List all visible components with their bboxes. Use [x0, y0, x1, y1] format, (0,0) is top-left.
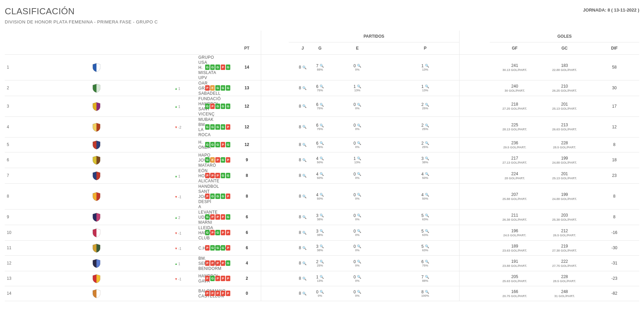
stat-cell[interactable]: 8🔍: [289, 173, 317, 178]
stat-cell[interactable]: 1🔍 13%: [323, 156, 391, 164]
stat-cell[interactable]: 8🔍: [289, 215, 317, 219]
streak-pill: P: [221, 65, 225, 70]
group-partidos: PARTIDOS: [289, 31, 459, 42]
goal-cell: 19123.88 GOL/PART.: [490, 259, 540, 268]
magnify-icon: 🔍: [357, 64, 361, 68]
stat-cell[interactable]: 6🔍 75%: [317, 123, 323, 131]
stat-cell[interactable]: 6🔍 75%: [391, 259, 459, 267]
stat-cell[interactable]: 0🔍 0%: [323, 63, 391, 71]
streak-pill: P: [210, 214, 215, 220]
stat-cell[interactable]: 5🔍 63%: [391, 213, 459, 221]
stat-cell[interactable]: 0🔍 0%: [323, 141, 391, 149]
stat-cell[interactable]: 8🔍 100%: [391, 290, 459, 297]
position: 7: [5, 168, 18, 183]
stat-cell[interactable]: 0🔍 0%: [323, 290, 391, 297]
stat-cell[interactable]: 4🔍 50%: [317, 172, 323, 180]
stat-cell[interactable]: 1🔍 13%: [391, 63, 459, 71]
stat-cell[interactable]: 2🔍 25%: [391, 123, 459, 131]
team-shield[interactable]: [18, 286, 175, 301]
stat-cell[interactable]: 8🔍: [289, 291, 317, 296]
stat-cell[interactable]: 0🔍 0%: [323, 275, 391, 282]
streak-pill: G: [226, 65, 230, 70]
streak-pill: E: [210, 85, 215, 91]
streak-pill: P: [210, 230, 215, 235]
magnify-icon: 🔍: [425, 290, 429, 294]
stat-cell[interactable]: 3🔍 38%: [391, 156, 459, 164]
stat-cell[interactable]: 0🔍 0%: [323, 172, 391, 180]
stat-cell[interactable]: 6🔍 75%: [317, 102, 323, 110]
stat-cell[interactable]: 5🔍 63%: [391, 244, 459, 252]
team-shield[interactable]: [18, 240, 175, 255]
team-shield[interactable]: [18, 80, 175, 96]
col-gc: GC: [540, 42, 590, 54]
team-shield[interactable]: [18, 168, 175, 183]
team-shield[interactable]: [18, 225, 175, 240]
team-shield[interactable]: [18, 152, 175, 168]
stat-cell[interactable]: 0🔍 0%: [323, 229, 391, 237]
stat-cell[interactable]: 0🔍 0%: [323, 123, 391, 131]
stat-cell[interactable]: 8🔍: [289, 261, 317, 266]
stat-cell[interactable]: 6🔍 75%: [317, 141, 323, 149]
stat-cell[interactable]: 4🔍 50%: [391, 193, 459, 200]
stat-cell[interactable]: 2🔍 25%: [317, 259, 323, 267]
standings-table: PARTIDOS GOLES PT J G E P GF GC DIF 1: [5, 31, 639, 301]
table-row: 3 ▲1 FUNDACIÓ HANDBOL SANT VICENÇ GPGGG …: [5, 96, 639, 116]
stat-cell[interactable]: 0🔍 0%: [323, 193, 391, 200]
stat-cell[interactable]: 1🔍 13%: [323, 84, 391, 92]
team-shield[interactable]: [18, 96, 175, 116]
stat-cell[interactable]: 0🔍 0%: [323, 213, 391, 221]
team-shield[interactable]: [18, 255, 175, 271]
streak-pill: G: [205, 214, 210, 220]
position-change: [175, 54, 198, 80]
team-shield[interactable]: [18, 116, 175, 137]
magnify-icon: 🔍: [302, 261, 306, 265]
streak-pill: G: [215, 104, 220, 109]
stat-cell[interactable]: 3🔍 38%: [317, 229, 323, 237]
streak-pill: G: [226, 260, 230, 266]
stat-cell[interactable]: 4🔍 50%: [391, 172, 459, 180]
stat-cell[interactable]: 4🔍 50%: [317, 156, 323, 164]
stat-cell[interactable]: 7🔍 88%: [391, 275, 459, 282]
team-shield[interactable]: [18, 271, 175, 286]
stat-cell[interactable]: 8🔍: [289, 245, 317, 250]
stat-cell[interactable]: 8🔍: [289, 276, 317, 281]
stat-cell[interactable]: 0🔍 0%: [323, 244, 391, 252]
stat-cell[interactable]: 8🔍: [289, 158, 317, 162]
stat-cell[interactable]: 5🔍 63%: [391, 229, 459, 237]
team-shield[interactable]: [18, 183, 175, 209]
streak: GGGPG: [205, 142, 233, 147]
stat-cell[interactable]: 8🔍: [289, 230, 317, 235]
streak-pill: G: [221, 245, 225, 251]
stat-cell[interactable]: 2🔍 25%: [391, 141, 459, 149]
stat-cell[interactable]: 6🔍 75%: [317, 84, 323, 92]
team-shield[interactable]: [18, 137, 175, 152]
stat-cell[interactable]: 3🔍 38%: [317, 213, 323, 221]
stat-cell[interactable]: 0🔍 0%: [323, 259, 391, 267]
stat-cell[interactable]: 8🔍: [289, 104, 317, 109]
stat-cell[interactable]: 8🔍: [289, 194, 317, 199]
magnify-icon: 🔍: [357, 244, 361, 248]
magnify-icon: 🔍: [357, 214, 361, 217]
stat-cell[interactable]: 1🔍 13%: [317, 275, 323, 282]
stat-cell[interactable]: 2🔍 25%: [391, 102, 459, 110]
magnify-icon: 🔍: [302, 231, 306, 235]
stat-cell[interactable]: 3🔍 38%: [317, 244, 323, 252]
goal-cell: 19924.88 GOL/PART.: [540, 156, 590, 164]
goal-cell: 20125.13 GOL/PART.: [540, 102, 590, 110]
stat-cell[interactable]: 8🔍: [289, 142, 317, 147]
team-shield[interactable]: [18, 209, 175, 225]
stat-cell[interactable]: 8🔍: [289, 65, 317, 70]
streak: PPPGG: [205, 173, 233, 178]
goal-cell: 20325.38 GOL/PART.: [540, 213, 590, 221]
stat-cell[interactable]: 1🔍 13%: [391, 84, 459, 92]
magnify-icon: 🔍: [302, 292, 306, 295]
stat-cell[interactable]: 7🔍 88%: [317, 63, 323, 71]
stat-cell[interactable]: 4🔍 50%: [317, 193, 323, 200]
team-shield[interactable]: [18, 54, 175, 80]
stat-cell[interactable]: 8🔍: [289, 86, 317, 90]
stat-cell[interactable]: 0🔍 0%: [317, 290, 323, 297]
position-change: ▼-1: [175, 271, 198, 286]
streak-pill: G: [215, 194, 220, 199]
stat-cell[interactable]: 0🔍 0%: [323, 102, 391, 110]
stat-cell[interactable]: 8🔍: [289, 125, 317, 129]
